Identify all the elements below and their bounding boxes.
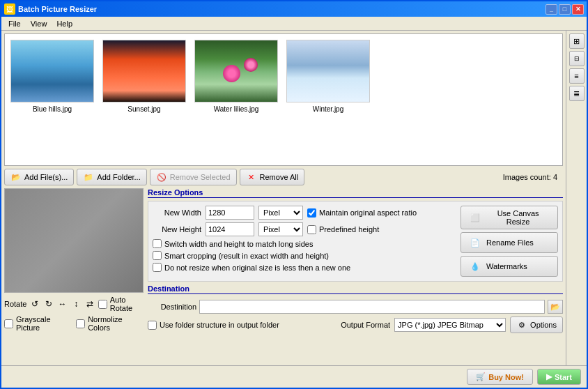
- options-icon: ⚙: [516, 319, 527, 330]
- thumb-sunset: [102, 40, 186, 102]
- thumb-blue-hills: [10, 40, 94, 102]
- buy-now-button[interactable]: 🛒 Buy Now!: [467, 369, 533, 385]
- sidebar-icon-list[interactable]: ≡: [569, 68, 585, 84]
- mirror-icon[interactable]: ⇄: [84, 298, 95, 310]
- normalize-label[interactable]: Normolize Colors: [76, 315, 144, 332]
- image-label: Winter.jpg: [313, 105, 343, 113]
- destination-input[interactable]: [199, 300, 545, 314]
- menu-file[interactable]: File: [4, 18, 25, 29]
- content-area: Blue hills.jpg Sunset.jpg Water: [1, 31, 587, 365]
- sidebar-right: ⊞ ⊟ ≡ ≣: [566, 31, 587, 365]
- list-item[interactable]: Blue hills.jpg: [10, 40, 94, 113]
- width-input[interactable]: [206, 206, 254, 220]
- rotate-cw-icon[interactable]: ↻: [43, 298, 54, 310]
- right-buttons: ⬜ Use Canvas Resize 📄 Rename Files 💧: [461, 206, 558, 277]
- remove-selected-button[interactable]: 🚫 Remove Selected: [150, 169, 237, 185]
- rename-icon: 📄: [468, 236, 482, 250]
- output-format-row: Use folder structure in output folder Ou…: [148, 316, 563, 333]
- normalize-checkbox[interactable]: [76, 319, 85, 328]
- grayscale-row: Grayscale Picture Normolize Colors: [4, 315, 144, 332]
- toolbar: 📂 Add File(s)... 📁 Add Folder... 🚫 Remov…: [1, 166, 566, 188]
- menu-view[interactable]: View: [26, 18, 52, 29]
- sidebar-icon-details[interactable]: ≣: [569, 86, 585, 101]
- image-label: Blue hills.jpg: [33, 105, 72, 113]
- height-unit-select[interactable]: PixelPercentcminch: [258, 222, 303, 236]
- menu-help[interactable]: Help: [52, 18, 77, 29]
- title-bar: 🖼 Batch Picture Resizer _ □ ✕: [1, 1, 587, 17]
- remove-all-icon: ✕: [246, 171, 257, 183]
- resize-options-box: New Width PixelPercentcminch Maintain or…: [148, 201, 563, 282]
- remove-all-button[interactable]: ✕ Remove All: [240, 169, 305, 185]
- resize-section: Resize Options New Width PixelPercentcmi…: [148, 188, 563, 282]
- switch-wh-checkbox[interactable]: [153, 239, 162, 248]
- grayscale-label[interactable]: Grayscale Picture: [4, 315, 73, 332]
- list-item[interactable]: Winter.jpg: [286, 40, 370, 113]
- height-input[interactable]: [206, 222, 254, 236]
- image-gallery: Blue hills.jpg Sunset.jpg Water: [4, 33, 563, 166]
- canvas-resize-button[interactable]: ⬜ Use Canvas Resize: [461, 206, 558, 229]
- image-label: Sunset.jpg: [127, 105, 160, 113]
- smart-crop-checkbox[interactable]: [153, 251, 162, 260]
- resize-title: Resize Options: [148, 188, 563, 198]
- bottom-section: Rotate ↺ ↻ ↔ ↕ ⇄ Auto Rotate: [1, 188, 566, 365]
- destination-browse-button[interactable]: 📂: [548, 300, 563, 314]
- app-icon: 🖼: [4, 3, 15, 15]
- sidebar-icon-grid[interactable]: ⊞: [569, 33, 585, 49]
- minimize-button[interactable]: _: [546, 4, 557, 15]
- start-button[interactable]: ▶ Start: [537, 369, 581, 385]
- list-item[interactable]: Sunset.jpg: [102, 40, 186, 113]
- maintain-aspect-checkbox[interactable]: [307, 208, 316, 218]
- folder-structure-checkbox[interactable]: [148, 321, 157, 330]
- buy-now-icon: 🛒: [476, 372, 486, 381]
- smart-crop-label[interactable]: Smart cropping (result in exact width an…: [153, 251, 417, 260]
- window-title: Batch Picture Resizer: [18, 5, 543, 13]
- predefined-height-checkbox[interactable]: [307, 225, 316, 234]
- destination-row: Destinition 📂: [148, 300, 563, 314]
- auto-rotate-label[interactable]: Auto Rotate: [98, 296, 144, 312]
- flip-v-icon[interactable]: ↕: [70, 298, 82, 310]
- no-resize-label[interactable]: Do not resize when original size is less…: [153, 263, 417, 272]
- add-folder-button[interactable]: 📁 Add Folder...: [77, 169, 146, 185]
- sidebar-icon-small[interactable]: ⊟: [569, 51, 585, 66]
- watermarks-icon: 💧: [468, 259, 482, 273]
- no-resize-checkbox[interactable]: [153, 263, 162, 272]
- grayscale-checkbox[interactable]: [4, 319, 13, 328]
- destination-title: Destination: [148, 284, 563, 294]
- rename-files-button[interactable]: 📄 Rename Files: [461, 232, 558, 253]
- image-label: Water lilies.jpg: [214, 105, 259, 113]
- output-format-select[interactable]: JPG (*.jpg) JPEG Bitmap PNG (*.png) BMP …: [394, 318, 506, 332]
- options-button[interactable]: ⚙ Options: [510, 316, 563, 333]
- width-row: New Width PixelPercentcminch Maintain or…: [153, 206, 417, 220]
- flip-h-icon[interactable]: ↔: [57, 298, 68, 310]
- preview-image: [4, 188, 144, 293]
- menu-bar: File View Help: [1, 17, 587, 31]
- remove-selected-icon: 🚫: [156, 171, 167, 183]
- bottom-bar: 🛒 Buy Now! ▶ Start: [1, 365, 587, 388]
- auto-rotate-checkbox[interactable]: [98, 300, 107, 309]
- thumb-winter: [286, 40, 370, 102]
- add-files-button[interactable]: 📂 Add File(s)...: [4, 169, 74, 185]
- switch-wh-label[interactable]: Switch width and height to match long si…: [153, 239, 417, 248]
- preview-area: Rotate ↺ ↻ ↔ ↕ ⇄ Auto Rotate: [4, 188, 144, 363]
- maintain-aspect-label[interactable]: Maintain original aspect ratio: [307, 208, 417, 218]
- canvas-icon: ⬜: [468, 211, 481, 224]
- height-row: New Height PixelPercentcminch Predefined…: [153, 222, 417, 236]
- maximize-button[interactable]: □: [559, 4, 571, 15]
- add-files-icon: 📂: [10, 171, 22, 183]
- images-count: Images count: 4: [503, 173, 563, 181]
- rotate-controls: Rotate ↺ ↻ ↔ ↕ ⇄ Auto Rotate: [4, 296, 144, 312]
- options-section: Resize Options New Width PixelPercentcmi…: [148, 188, 563, 363]
- folder-structure-label[interactable]: Use folder structure in output folder: [148, 321, 279, 330]
- start-icon: ▶: [546, 372, 552, 381]
- thumb-water-lilies: [194, 40, 278, 102]
- list-item[interactable]: Water lilies.jpg: [194, 40, 278, 113]
- watermarks-button[interactable]: 💧 Watermarks: [461, 256, 558, 277]
- title-buttons: _ □ ✕: [546, 4, 584, 15]
- main-area: Blue hills.jpg Sunset.jpg Water: [1, 31, 566, 365]
- predefined-height-label[interactable]: Predefined height: [307, 225, 379, 234]
- close-button[interactable]: ✕: [572, 4, 584, 15]
- width-unit-select[interactable]: PixelPercentcminch: [258, 206, 303, 220]
- destination-section: Destination Destinition 📂 Use folder str…: [148, 284, 563, 333]
- rotate-ccw-icon[interactable]: ↺: [29, 298, 40, 310]
- add-folder-icon: 📁: [83, 171, 94, 183]
